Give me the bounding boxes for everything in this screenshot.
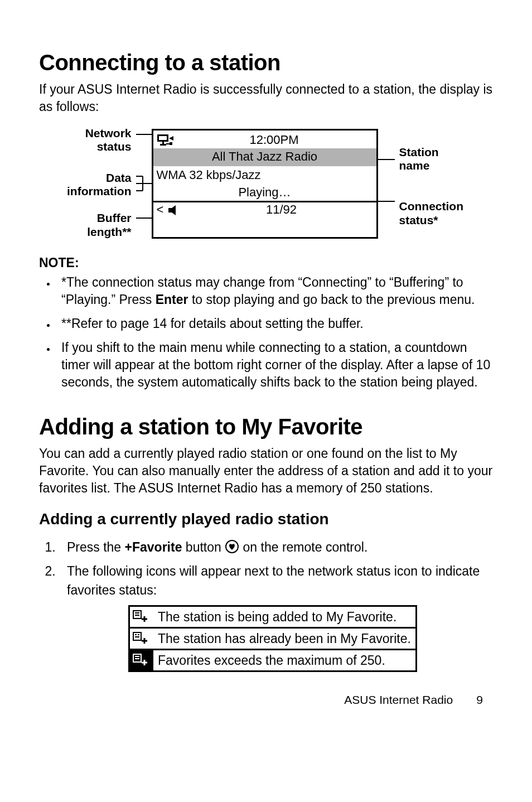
svg-rect-11	[166, 143, 170, 144]
note-item: **Refer to page 14 for details about set…	[56, 315, 493, 332]
status-diagram: Networkstatus Datainformation Bufferleng…	[67, 129, 493, 239]
label-buffer-length: Bufferlength**	[67, 211, 132, 238]
screen-left-arrow: <	[157, 202, 168, 217]
svg-rect-8	[162, 142, 164, 144]
network-icon	[157, 133, 176, 147]
icon-already	[129, 628, 154, 650]
page-footer: ASUS Internet Radio 9	[39, 693, 493, 707]
svg-rect-9	[160, 144, 166, 146]
label-network-status: Networkstatus	[67, 127, 132, 153]
intro-connecting: If your ASUS Internet Radio is successfu…	[39, 81, 493, 115]
device-screen: 12:00PM All That Jazz Radio WMA 32 kbps/…	[152, 129, 378, 239]
step-item: The following icons will appear next to …	[59, 562, 493, 600]
icon-adding	[129, 606, 154, 628]
label-station-name: Stationname	[399, 146, 464, 172]
table-row: The station has already been in My Favor…	[129, 628, 417, 650]
svg-rect-12	[168, 208, 172, 212]
icon-adding-text: The station is being added to My Favorit…	[153, 606, 416, 628]
note-item: *The connection status may change from “…	[56, 274, 493, 308]
table-row: Favorites exceeds the maximum of 250.	[129, 650, 417, 671]
notes-list: *The connection status may change from “…	[39, 274, 493, 391]
label-data-information: Datainformation	[67, 171, 132, 198]
svg-rect-10	[170, 142, 172, 145]
table-row: The station is being added to My Favorit…	[129, 606, 417, 628]
icon-full-text: Favorites exceeds the maximum of 250.	[153, 650, 416, 671]
step-item: Press the +Favorite button on the remote…	[59, 538, 493, 559]
favorite-button-icon	[225, 539, 239, 559]
right-connector-lines	[378, 129, 395, 235]
favorite-intro: You can add a currently played radio sta…	[39, 445, 493, 497]
note-heading: NOTE:	[39, 255, 493, 270]
svg-rect-7	[159, 136, 167, 140]
note-item: If you shift to the main menu while conn…	[56, 339, 493, 391]
heading-connecting: Connecting to a station	[39, 50, 493, 75]
screen-time: 12:00PM	[176, 133, 373, 147]
icon-full	[129, 650, 154, 671]
heading-favorite: Adding a station to My Favorite	[39, 414, 493, 439]
subheading-current-station: Adding a currently played radio station	[39, 510, 493, 528]
footer-text: ASUS Internet Radio	[344, 693, 453, 706]
icon-already-text: The station has already been in My Favor…	[153, 628, 416, 650]
speaker-icon	[168, 202, 190, 217]
screen-connection-status: Playing…	[153, 185, 376, 201]
left-connector-lines	[136, 129, 152, 235]
screen-data-line: WMA 32 kbps/Jazz	[153, 166, 376, 185]
screen-buffer-value: 11/92	[190, 202, 373, 217]
favorite-status-icons-table: The station is being added to My Favorit…	[128, 605, 417, 672]
label-connection-status: Connectionstatus*	[399, 200, 464, 226]
steps-list: Press the +Favorite button on the remote…	[39, 538, 493, 600]
footer-page-number: 9	[456, 693, 483, 707]
screen-station-name: All That Jazz Radio	[153, 148, 376, 166]
